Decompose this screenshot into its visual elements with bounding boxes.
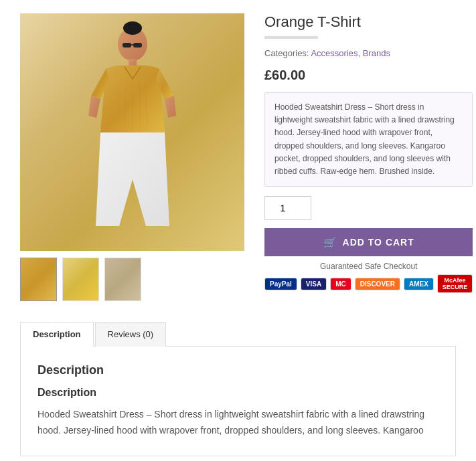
tab-description[interactable]: Description <box>20 322 94 347</box>
tab-description-subheading: Description <box>37 387 439 399</box>
tab-description-heading: Description <box>37 363 439 377</box>
categories-label: Categories: <box>264 48 309 58</box>
cart-icon: 🛒 <box>323 236 337 249</box>
discover-badge: DISCOVER <box>355 278 400 290</box>
thumbnail-1[interactable] <box>20 258 57 301</box>
category-brands[interactable]: Brands <box>363 48 390 58</box>
payment-logos: PayPal VISA MC DISCOVER AMEX McAfee SECU… <box>264 274 473 293</box>
product-title: Orange T-Shirt <box>264 13 473 31</box>
product-section: Orange T-Shirt Categories: Accessories, … <box>0 0 476 314</box>
tabs-nav: Description Reviews (0) <box>20 321 456 347</box>
category-accessories[interactable]: Accessories <box>311 48 358 58</box>
thumbnail-3[interactable] <box>104 258 141 301</box>
visa-badge: VISA <box>301 278 327 290</box>
mastercard-badge: MC <box>330 278 351 290</box>
quantity-input[interactable] <box>264 196 311 220</box>
product-images <box>20 13 244 301</box>
product-price: £60.00 <box>264 68 473 83</box>
paypal-badge: PayPal <box>264 278 297 290</box>
quantity-row <box>264 196 473 220</box>
svg-rect-4 <box>133 43 142 48</box>
tab-reviews[interactable]: Reviews (0) <box>95 322 167 347</box>
tab-description-text: Hooded Sweatshirt Dress – Short dress in… <box>37 407 439 439</box>
add-to-cart-button[interactable]: 🛒 ADD TO CART <box>264 228 473 256</box>
product-details: Orange T-Shirt Categories: Accessories, … <box>264 13 473 301</box>
mcafee-badge: McAfee SECURE <box>437 274 473 293</box>
tab-content-description: Description Description Hooded Sweatshir… <box>20 347 456 456</box>
product-categories: Categories: Accessories, Brands <box>264 48 473 58</box>
product-description-box: Hooded Sweatshirt Dress – Short dress in… <box>264 92 473 187</box>
add-to-cart-label: ADD TO CART <box>343 237 414 248</box>
rating-bar <box>264 36 318 39</box>
amex-badge: AMEX <box>404 278 434 290</box>
thumbnail-2[interactable] <box>62 258 99 301</box>
thumbnail-list <box>20 258 244 301</box>
tabs-section: Description Reviews (0) Description Desc… <box>0 314 476 456</box>
safe-checkout-section: Guaranteed Safe Checkout PayPal VISA MC … <box>264 262 473 293</box>
svg-point-1 <box>123 21 142 35</box>
safe-checkout-label: Guaranteed Safe Checkout <box>264 262 473 271</box>
model-svg <box>66 19 200 246</box>
svg-rect-3 <box>123 43 131 48</box>
main-product-image <box>20 13 244 251</box>
